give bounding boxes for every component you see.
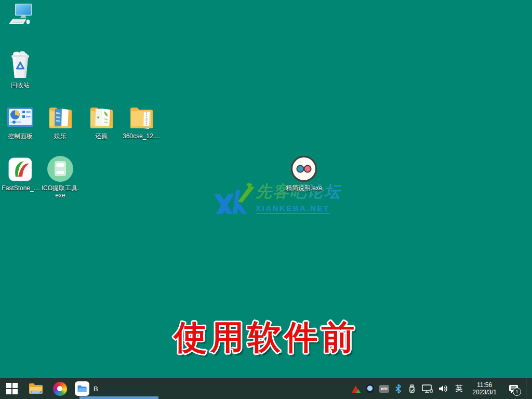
browser-button[interactable] — [48, 378, 72, 399]
action-center-button[interactable]: 1 — [504, 378, 522, 399]
folder-icon — [128, 104, 154, 131]
taskbar-clock[interactable]: 11:56 2023/3/1 — [468, 381, 501, 396]
app-circle-tray-icon[interactable] — [365, 383, 375, 394]
clock-time: 11:56 — [472, 381, 497, 389]
folder-icon — [47, 104, 73, 131]
this-pc-icon — [7, 2, 34, 29]
start-button[interactable] — [0, 378, 24, 399]
icon-label: ICO提取工具.exe — [41, 184, 80, 199]
desktop: 回收站 控制面板 — [0, 0, 532, 399]
icon-label: 控制面板 — [8, 132, 33, 140]
desktop-icon-this-pc[interactable] — [1, 2, 40, 31]
icon-label: FastStone_... — [2, 184, 38, 192]
desktop-icon-recycle-bin[interactable]: 回收站 — [1, 50, 40, 89]
desktop-icon-readme-exe[interactable]: 精简说明.exe — [284, 155, 324, 192]
notification-count-badge: 1 — [513, 388, 521, 396]
show-desktop-button[interactable] — [526, 378, 530, 399]
desktop-icon-folder-entertainment[interactable]: 娱乐 — [41, 104, 80, 140]
usb-eject-tray-icon[interactable] — [407, 383, 417, 394]
volume-tray-icon[interactable] — [437, 383, 449, 394]
vmware-tray-icon[interactable]: vm — [379, 383, 389, 394]
browser-pinwheel-icon — [53, 382, 67, 396]
clock-date: 2023/3/1 — [472, 389, 497, 396]
ime-indicator[interactable]: 英 — [453, 384, 464, 393]
xk-logo-icon — [210, 181, 255, 218]
desktop-icon-folder-360cse[interactable]: 360cse_12.... — [122, 104, 161, 140]
watermark-url: XIANKEBA.NET — [256, 204, 330, 214]
icon-label: 娱乐 — [54, 132, 66, 140]
desktop-icon-folder-restore[interactable]: 还原 — [82, 104, 121, 140]
taskbar: B vm — [0, 378, 532, 399]
folder-icon — [88, 104, 114, 131]
ico-tool-icon — [47, 155, 74, 183]
blue-folder-icon — [76, 383, 88, 394]
file-explorer-icon — [29, 382, 43, 395]
faststone-icon — [8, 156, 33, 183]
app-b-tile — [75, 381, 89, 396]
app-b-label: B — [94, 385, 98, 393]
taskbar-active-underline — [79, 396, 158, 399]
windows-logo-icon — [6, 383, 18, 394]
taskbar-app-b[interactable]: B — [72, 378, 158, 399]
desktop-icon-faststone[interactable]: FastStone_... — [1, 156, 40, 192]
readme-exe-icon — [290, 155, 318, 183]
caption-text: 使用软件前 — [0, 315, 532, 360]
control-panel-icon — [6, 104, 34, 131]
recycle-bin-icon — [8, 50, 33, 80]
icon-label: 360cse_12.... — [123, 132, 160, 140]
icon-label: 精简说明.exe — [286, 184, 323, 192]
file-explorer-button[interactable] — [24, 378, 48, 399]
icon-label: 回收站 — [11, 82, 30, 89]
bluetooth-tray-icon[interactable] — [393, 383, 403, 394]
icon-label: 还原 — [95, 132, 108, 140]
faststone-tray-icon[interactable] — [351, 383, 361, 394]
desktop-icon-ico-extract-tool[interactable]: ICO提取工具.exe — [41, 155, 80, 199]
desktop-icon-control-panel[interactable]: 控制面板 — [1, 104, 40, 140]
system-tray: vm — [351, 378, 532, 399]
network-tray-icon[interactable] — [421, 383, 433, 394]
